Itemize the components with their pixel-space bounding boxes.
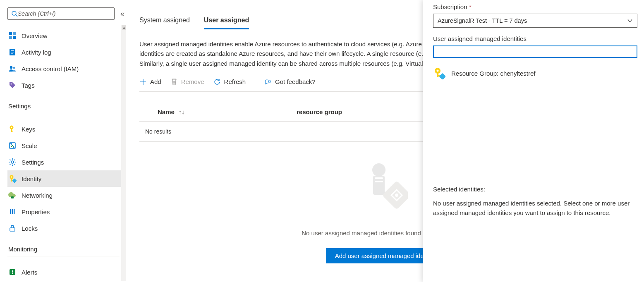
sidebar-item-scale[interactable]: Scale <box>7 137 126 154</box>
svg-rect-55 <box>439 73 445 79</box>
sidebar-item-label: Properties <box>22 208 50 215</box>
svg-line-24 <box>14 164 15 165</box>
selected-identities-heading: Selected identities: <box>433 186 637 193</box>
sidebar-item-overview[interactable]: Overview <box>7 27 126 44</box>
tag-icon <box>8 81 17 89</box>
divider <box>7 256 120 256</box>
lock-icon <box>8 224 17 232</box>
column-name[interactable]: Name ↑↓ <box>139 108 297 115</box>
svg-point-52 <box>437 70 439 72</box>
add-button[interactable]: Add <box>139 78 161 86</box>
plus-icon <box>139 78 147 86</box>
selected-identities-help: No user assigned managed identities sele… <box>433 198 637 218</box>
scroll-up-icon[interactable]: ▲ <box>122 25 126 30</box>
svg-rect-38 <box>12 273 13 274</box>
sidebar-item-label: Tags <box>22 82 35 89</box>
sidebar: « OverviewActivity logAccess control (IA… <box>0 0 126 282</box>
feedback-button[interactable]: Got feedback? <box>264 78 316 86</box>
svg-point-11 <box>13 67 15 69</box>
svg-rect-54 <box>437 75 440 76</box>
sidebar-item-settings[interactable]: Settings <box>7 154 126 170</box>
refresh-icon <box>213 78 221 86</box>
properties-icon <box>8 208 17 216</box>
column-resource-group[interactable]: resource group <box>297 108 342 115</box>
scrollbar[interactable]: ▲ <box>121 25 126 281</box>
identities-search-input[interactable] <box>433 45 637 58</box>
feedback-icon <box>264 78 272 86</box>
svg-line-25 <box>10 164 11 165</box>
svg-rect-9 <box>11 53 13 54</box>
subscription-label: Subscription * <box>433 3 637 10</box>
svg-rect-35 <box>10 228 15 231</box>
svg-point-12 <box>11 84 12 85</box>
sidebar-item-identity[interactable]: Identity <box>7 170 126 187</box>
svg-rect-16 <box>11 131 13 131</box>
sidebar-item-label: Access control (IAM) <box>22 65 79 72</box>
tab-user-assigned[interactable]: User assigned <box>204 17 249 29</box>
sidebar-item-label: Networking <box>22 192 53 199</box>
search-icon <box>11 10 18 17</box>
tab-system-assigned[interactable]: System assigned <box>139 17 190 29</box>
identity-icon <box>8 174 17 183</box>
svg-point-0 <box>12 11 16 15</box>
sidebar-item-access-control-iam-[interactable]: Access control (IAM) <box>7 60 126 77</box>
subscription-select[interactable]: AzureSignalR Test - TTL = 7 days <box>433 14 637 28</box>
svg-rect-4 <box>9 36 12 39</box>
svg-rect-32 <box>10 209 11 214</box>
network-icon <box>8 191 17 199</box>
search-input[interactable] <box>18 10 111 17</box>
svg-rect-48 <box>375 181 383 182</box>
sidebar-item-label: Identity <box>22 175 41 182</box>
collapse-sidebar-icon[interactable]: « <box>119 8 126 19</box>
search-box[interactable] <box>7 7 115 20</box>
sidebar-item-alerts[interactable]: Alerts <box>7 264 126 280</box>
svg-rect-29 <box>11 178 12 182</box>
sort-icon: ↑↓ <box>179 108 185 115</box>
svg-line-1 <box>16 15 17 17</box>
separator <box>255 77 255 86</box>
sidebar-item-label: Alerts <box>22 269 37 276</box>
svg-rect-34 <box>14 209 15 214</box>
svg-point-45 <box>372 163 385 177</box>
section-monitoring: Monitoring <box>8 246 126 253</box>
alert-icon <box>8 268 17 276</box>
sidebar-item-properties[interactable]: Properties <box>7 203 126 220</box>
key-icon <box>433 67 445 79</box>
svg-rect-2 <box>9 32 12 35</box>
activity-icon <box>8 48 17 56</box>
svg-point-18 <box>11 161 14 163</box>
sidebar-item-label: Scale <box>22 142 37 149</box>
divider <box>7 113 120 113</box>
svg-rect-3 <box>13 32 16 35</box>
sidebar-item-label: Overview <box>22 32 48 39</box>
identity-result-item[interactable]: Resource Group: chenyltestref <box>433 67 637 87</box>
sidebar-item-keys[interactable]: Keys <box>7 121 126 137</box>
svg-point-44 <box>265 80 268 83</box>
sidebar-item-metrics[interactable]: Metrics <box>7 280 126 282</box>
identities-label: User assigned managed identities <box>433 35 637 42</box>
sidebar-item-label: Keys <box>22 126 35 133</box>
svg-rect-33 <box>12 209 13 214</box>
remove-button: Remove <box>170 78 204 86</box>
sidebar-item-tags[interactable]: Tags <box>7 77 126 93</box>
trash-icon <box>170 78 178 86</box>
svg-line-23 <box>10 160 11 160</box>
overview-icon <box>8 31 17 40</box>
sidebar-item-label: Settings <box>22 159 44 166</box>
sidebar-item-activity-log[interactable]: Activity log <box>7 44 126 60</box>
svg-point-14 <box>11 127 12 128</box>
svg-rect-37 <box>12 270 13 272</box>
svg-rect-31 <box>11 196 14 198</box>
sidebar-item-locks[interactable]: Locks <box>7 220 126 237</box>
refresh-button[interactable]: Refresh <box>213 78 246 86</box>
chevron-down-icon <box>627 18 633 24</box>
section-settings: Settings <box>8 103 126 110</box>
key-icon <box>8 125 17 133</box>
svg-rect-7 <box>11 50 14 51</box>
svg-point-50 <box>395 194 398 197</box>
sidebar-item-networking[interactable]: Networking <box>7 187 126 203</box>
sidebar-item-label: Locks <box>22 225 38 232</box>
svg-rect-30 <box>12 178 17 183</box>
svg-rect-49 <box>382 180 408 210</box>
svg-rect-5 <box>13 36 16 39</box>
